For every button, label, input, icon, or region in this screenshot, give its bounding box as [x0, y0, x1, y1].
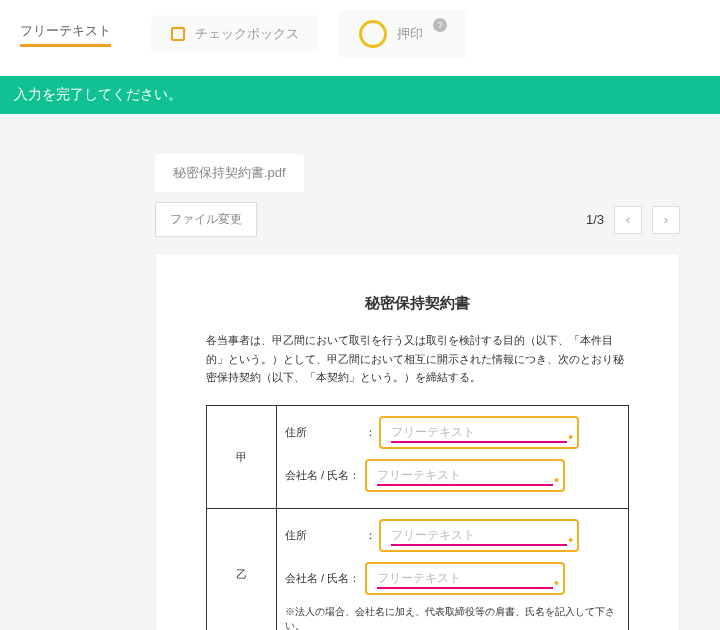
workspace: 秘密保持契約書.pdf ファイル変更 1/3 ‹ › 秘密保持契約書 各当事者は…: [0, 114, 720, 630]
next-page-button[interactable]: ›: [652, 206, 680, 234]
tool-freetext[interactable]: フリーテキスト: [0, 12, 131, 57]
party-otsu-label: 乙: [207, 509, 277, 630]
otsu-name-input[interactable]: フリーテキスト•: [365, 562, 565, 595]
prev-page-button[interactable]: ‹: [614, 206, 642, 234]
page-indicator: 1/3: [586, 212, 604, 227]
kou-name-input[interactable]: フリーテキスト•: [365, 459, 565, 492]
pager: 1/3 ‹ ›: [586, 206, 680, 234]
otsu-address-input[interactable]: フリーテキスト•: [379, 519, 579, 552]
file-change-button[interactable]: ファイル変更: [155, 202, 257, 237]
document-page: 秘密保持契約書 各当事者は、甲乙間において取引を行う又は取引を検討する目的（以下…: [155, 253, 680, 630]
kou-address-input[interactable]: フリーテキスト•: [379, 416, 579, 449]
checkbox-icon: [171, 27, 185, 41]
tool-seal[interactable]: 押印?: [339, 10, 467, 58]
seal-icon: [359, 20, 387, 48]
file-tab[interactable]: 秘密保持契約書.pdf: [155, 154, 304, 192]
party-kou-label: 甲: [207, 406, 277, 509]
toolbar: フリーテキスト チェックボックス 押印?: [0, 0, 720, 76]
tool-checkbox[interactable]: チェックボックス: [151, 15, 319, 53]
corporate-note: ※法人の場合、会社名に加え、代表取締役等の肩書、氏名を記入して下さい。: [285, 605, 620, 630]
info-icon: ?: [433, 18, 447, 32]
doc-intro: 各当事者は、甲乙間において取引を行う又は取引を検討する目的（以下、「本件目的」と…: [206, 331, 629, 387]
doc-title: 秘密保持契約書: [206, 294, 629, 313]
status-banner: 入力を完了してください。: [0, 76, 720, 114]
contract-table: 甲 住所： フリーテキスト• 会社名 / 氏名：フリーテキスト• 乙 住所： フ…: [206, 405, 629, 630]
